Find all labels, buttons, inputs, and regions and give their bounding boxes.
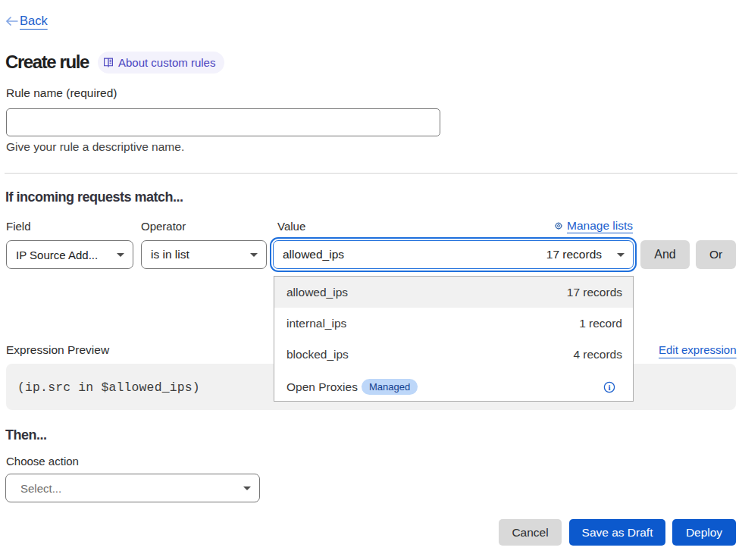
svg-text:i: i xyxy=(608,383,610,392)
